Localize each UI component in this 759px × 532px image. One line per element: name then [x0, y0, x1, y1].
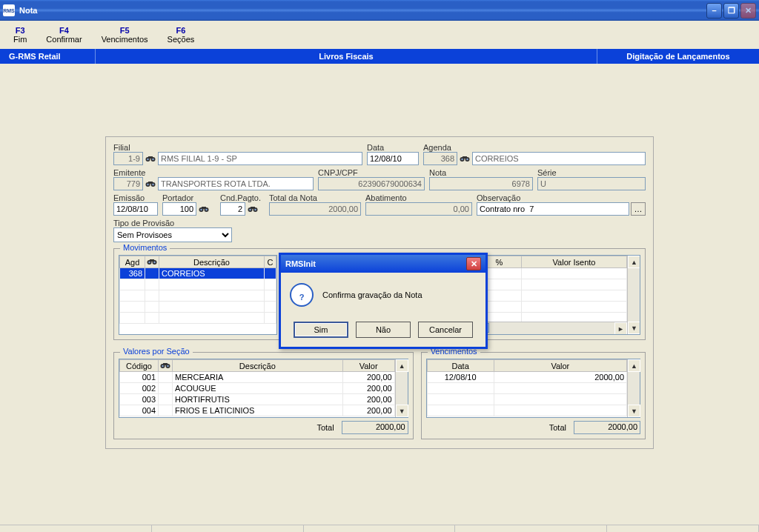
table-row[interactable]: 001MERCEARIA200,00 — [120, 372, 395, 383]
binoculars-icon[interactable] — [145, 178, 156, 190]
portador-input[interactable] — [162, 202, 196, 216]
emitente-name: TRANSPORTES ROTA LTDA. — [158, 177, 314, 190]
app-icon: RMS — [3, 4, 15, 16]
ribbon-module: Livros Fiscais — [96, 49, 597, 64]
agenda-label: Agenda — [423, 143, 646, 152]
dialog-message: Confirma gravação da Nota — [322, 290, 422, 299]
cnpj-label: CNPJ/CPF — [318, 168, 425, 177]
scroll-up-icon[interactable]: ▲ — [628, 256, 640, 268]
col-descricao: Descrição — [173, 360, 343, 372]
cnpj-input — [318, 177, 425, 190]
scroll-right-icon[interactable]: ► — [614, 322, 627, 335]
serie-input — [537, 177, 646, 190]
binoculars-icon[interactable] — [198, 203, 210, 215]
emitente-label: Emitente — [113, 168, 314, 177]
total-label: Total — [549, 423, 566, 432]
portador-label: Portador — [162, 193, 216, 202]
status-bar — [0, 525, 759, 532]
vencimentos-table[interactable]: Data Valor 12/08/10 2000,00 ▲ ▼ — [426, 359, 640, 418]
cndpagto-label: Cnd.Pagto. — [220, 193, 265, 202]
col-bino[interactable] — [145, 256, 159, 268]
total-nota-input — [269, 202, 361, 216]
col-valor-isento: Valor Isento — [522, 256, 627, 268]
vencimentos-total: 2000,00 — [574, 421, 640, 434]
col-valor: Valor — [494, 360, 626, 372]
observacao-input[interactable] — [477, 202, 629, 216]
col-codigo: Código — [120, 360, 159, 372]
filial-name: RMS FILIAL 1-9 - SP — [158, 152, 362, 165]
scroll-up-icon[interactable]: ▲ — [628, 359, 640, 372]
dialog-cancel-button[interactable]: Cancelar — [418, 322, 473, 338]
ribbon-bar: G-RMS Retail Livros Fiscais Digitação de… — [0, 49, 759, 64]
fkey-menu: F3Fim F4Confirmar F5Vencimentos F6Seções — [0, 21, 759, 49]
col-data: Data — [427, 360, 494, 372]
agenda-code — [423, 152, 457, 165]
data-input[interactable] — [367, 152, 419, 165]
scroll-down-icon[interactable]: ▼ — [396, 405, 408, 417]
binoculars-icon[interactable] — [247, 203, 259, 215]
table-row[interactable]: 003HORTIFRUTIS200,00 — [120, 394, 395, 405]
question-icon — [290, 283, 314, 307]
tipo-provisao-select[interactable]: Sem Provisoes — [113, 227, 232, 242]
col-c: C — [265, 256, 276, 268]
scrollbar-vertical[interactable]: ▲ ▼ — [395, 359, 408, 417]
dialog-yes-button[interactable]: Sim — [294, 322, 348, 338]
tipo-provisao-label: Tipo de Provisão — [113, 219, 232, 227]
table-row[interactable]: 12/08/10 2000,00 — [427, 372, 626, 383]
agenda-name: CORREIOS — [472, 152, 646, 165]
data-label: Data — [367, 143, 419, 152]
dialog-title: RMSInit — [285, 259, 466, 268]
col-valor: Valor — [342, 360, 394, 372]
window-titlebar: RMS Nota – ❐ ✕ — [0, 0, 759, 21]
valores-secao-table[interactable]: Código Descrição Valor 001MERCEARIA200,0… — [119, 359, 408, 418]
maximize-button[interactable]: ❐ — [723, 3, 739, 19]
valores-secao-legend: Valores por Seção — [120, 347, 193, 356]
confirm-dialog: RMSInit ✕ Confirma gravação da Nota Sim … — [279, 253, 488, 349]
window-title: Nota — [19, 6, 706, 15]
filial-code — [113, 152, 143, 165]
movimentos-legend: Movimentos — [120, 243, 170, 252]
serie-label: Série — [537, 168, 646, 177]
minimize-button[interactable]: – — [706, 3, 722, 19]
nota-input — [429, 177, 533, 190]
scroll-down-icon[interactable]: ▼ — [628, 322, 640, 334]
nota-label: Nota — [429, 168, 533, 177]
fkey-vencimentos[interactable]: F5Vencimentos — [96, 24, 154, 45]
table-row[interactable]: 368 CORREIOS — [120, 268, 276, 279]
scrollbar-vertical[interactable]: ▲ ▼ — [627, 256, 640, 334]
cndpagto-input[interactable] — [220, 202, 245, 216]
close-button[interactable]: ✕ — [740, 3, 756, 19]
observacao-label: Observação — [477, 193, 646, 202]
binoculars-icon[interactable] — [459, 153, 471, 164]
valores-secao-group: Valores por Seção Código Descrição Valor… — [113, 352, 414, 439]
fkey-fim[interactable]: F3Fim — [7, 24, 33, 45]
abatimento-label: Abatimento — [365, 193, 472, 202]
emissao-input[interactable] — [113, 202, 158, 216]
emissao-label: Emissão — [113, 193, 158, 202]
col-bino[interactable] — [159, 360, 173, 372]
emitente-code — [113, 177, 143, 190]
table-row[interactable]: 002ACOUGUE200,00 — [120, 383, 395, 394]
col-agd: Agd — [120, 256, 145, 268]
total-nota-label: Total da Nota — [269, 193, 361, 202]
movimentos-table-left[interactable]: Agd Descrição C 368 CORREIOS — [119, 255, 277, 335]
scrollbar-vertical[interactable]: ▲ ▼ — [627, 359, 640, 417]
ribbon-screen: Digitação de Lançamentos — [597, 49, 759, 64]
observacao-more-button[interactable]: … — [631, 202, 646, 216]
table-row[interactable]: 004FRIOS E LATICINIOS200,00 — [120, 405, 395, 416]
fkey-secoes[interactable]: F6Seções — [162, 24, 201, 45]
scroll-down-icon[interactable]: ▼ — [628, 405, 640, 417]
abatimento-input — [365, 202, 472, 216]
dialog-no-button[interactable]: Não — [356, 322, 411, 338]
dialog-titlebar: RMSInit ✕ — [281, 255, 485, 273]
col-descricao: Descrição — [159, 256, 265, 268]
dialog-close-button[interactable]: ✕ — [466, 257, 481, 270]
binoculars-icon[interactable] — [145, 153, 156, 164]
valores-secao-total: 2000,00 — [342, 421, 408, 434]
scroll-up-icon[interactable]: ▲ — [396, 359, 408, 372]
total-label: Total — [316, 423, 334, 432]
fkey-confirmar[interactable]: F4Confirmar — [40, 24, 87, 45]
ribbon-app-name: G-RMS Retail — [0, 49, 95, 64]
vencimentos-group: Vencimentos Data Valor 12/08/10 2000,00 — [421, 352, 646, 439]
filial-label: Filial — [113, 143, 362, 152]
